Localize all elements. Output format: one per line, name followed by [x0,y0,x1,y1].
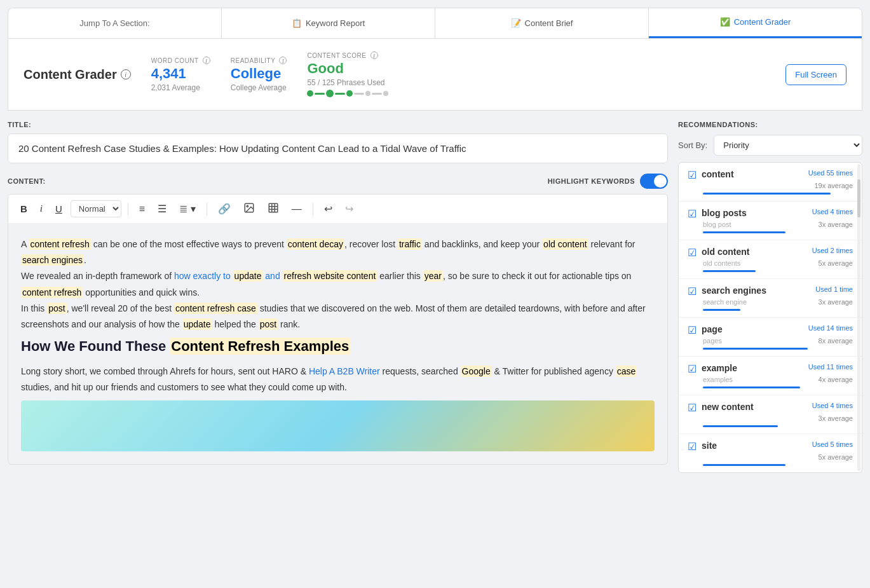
sort-by-label: Sort By: [678,140,707,150]
rec-used-content: Used 55 times [808,169,853,177]
image-button[interactable] [239,200,259,218]
rec-avg-blog-posts: 3x average [819,221,853,228]
rec-checkbox-old-content[interactable]: ☑ [688,247,697,259]
table-button[interactable] [263,200,283,218]
rec-keyword-content: content [702,169,803,179]
rec-avg-site: 5x average [819,453,853,461]
rec-variation-old-content: old contents [703,259,740,267]
rec-avg-search-engines: 3x average [819,298,853,306]
link-button[interactable]: 🔗 [214,200,235,217]
rec-variation-search-engines: search engine [703,298,747,306]
readability-value: College [231,65,287,82]
rec-checkbox-site[interactable]: ☑ [688,441,697,453]
nav-jump-label: Jump To A Section: [8,8,222,38]
word-count-label: WORD COUNT i [151,57,210,64]
content-grader-header: Content Grader i WORD COUNT i 4,341 2,03… [8,39,862,111]
rec-variation-page: pages [703,337,722,345]
rec-used-example: Used 11 times [808,363,853,371]
sort-by-row: Sort By: Priority Alphabetical Used Time… [678,135,862,156]
editor-toolbar: B i U Normal H1 H2 H3 ≡ ☰ ≣ ▾ 🔗 [8,195,667,224]
font-size-select[interactable]: Normal H1 H2 H3 [71,200,121,217]
content-label: CONTENT: [8,177,46,185]
content-score-label: CONTENT SCORE i [307,51,388,59]
editor-container: B i U Normal H1 H2 H3 ≡ ☰ ≣ ▾ 🔗 [8,194,668,465]
readability-label: READABILITY i [231,57,287,64]
rec-checkbox-search-engines[interactable]: ☑ [688,285,697,297]
rec-checkbox-new-content[interactable]: ☑ [688,402,697,414]
title-input[interactable] [8,133,668,163]
rec-keyword-page: page [702,324,803,334]
tab-content-brief[interactable]: 📝Content Brief [435,8,649,38]
content-score-value: Good [307,60,388,77]
ordered-list-button[interactable]: ≡ [135,201,149,217]
content-brief-icon: 📝 [511,18,521,28]
highlight-toggle-switch[interactable] [640,174,668,189]
undo-button[interactable]: ↩ [320,200,337,217]
bold-button[interactable]: B [16,201,32,217]
svg-point-1 [247,205,248,207]
tab-keyword-report[interactable]: 📋Keyword Report [222,8,435,38]
content-header-row: CONTENT: HIGHLIGHT KEYWORDS [8,174,668,189]
rec-avg-content: 19x average [814,182,853,189]
word-count-stat: WORD COUNT i 4,341 2,031 Average [151,57,210,92]
rec-keyword-new-content: new content [702,402,807,412]
rec-used-page: Used 14 times [808,324,853,332]
rec-avg-new-content: 3x average [819,414,853,422]
rec-used-new-content: Used 4 times [812,402,853,409]
underline-button[interactable]: U [51,201,67,217]
readability-stat: READABILITY i College College Average [231,57,287,92]
title-label: TITLE: [8,121,668,128]
rec-variation-blog-posts: blog post [703,221,731,228]
rec-keyword-blog-posts: blog posts [702,208,807,218]
readability-info-icon[interactable]: i [279,57,287,64]
editor-panel: TITLE: CONTENT: HIGHLIGHT KEYWORDS B i U… [8,121,668,465]
main-area: TITLE: CONTENT: HIGHLIGHT KEYWORDS B i U… [8,121,862,473]
rec-checkbox-page[interactable]: ☑ [688,324,697,336]
rec-used-search-engines: Used 1 time [815,285,853,293]
rec-avg-page: 8x average [819,337,853,345]
rec-used-blog-posts: Used 4 times [812,208,853,215]
tab-content-grader[interactable]: ✅Content Grader [649,8,862,38]
rec-avg-example: 4x average [819,376,853,383]
rec-checkbox-blog-posts[interactable]: ☑ [688,208,697,220]
content-score-progress [307,90,388,97]
fullscreen-button[interactable]: Full Screen [785,64,846,85]
italic-button[interactable]: i [36,201,47,217]
rec-checkbox-content[interactable]: ☑ [688,169,697,181]
content-grader-title: Content Grader [24,67,117,82]
rec-keyword-old-content: old content [702,247,807,257]
content-grader-info-icon[interactable]: i [121,69,131,79]
unordered-list-button[interactable]: ☰ [153,200,171,217]
highlight-toggle-group: HIGHLIGHT KEYWORDS [548,174,668,189]
word-count-info-icon[interactable]: i [203,57,210,64]
content-grader-title-block: Content Grader i [24,67,131,82]
sort-select[interactable]: Priority Alphabetical Used Times [714,135,862,156]
redo-button[interactable]: ↪ [341,200,358,217]
content-grader-tab-icon: ✅ [720,17,730,27]
keyword-report-icon: 📋 [292,18,302,28]
content-score-detail: 55 / 125 Phrases Used [307,78,388,87]
word-count-avg: 2,031 Average [151,83,210,92]
editor-content[interactable]: A content refresh can be one of the most… [8,224,667,464]
rec-item: ☑ site Used 5 times 5x average [679,434,862,472]
svg-rect-2 [269,203,278,212]
rec-used-site: Used 5 times [812,441,853,448]
rec-keyword-example: example [702,363,803,373]
top-nav: Jump To A Section: 📋Keyword Report 📝Cont… [8,8,862,39]
recommendations-label: RECOMMENDATIONS: [678,121,862,128]
align-button[interactable]: ≣ ▾ [175,200,200,217]
rec-item: ☑ page Used 14 times pages 8x average [679,318,862,357]
content-score-info-icon[interactable]: i [370,51,378,59]
rec-item: ☑ new content Used 4 times 3x average [679,395,862,434]
rec-item: ☑ search engines Used 1 time search engi… [679,279,862,318]
readability-avg: College Average [231,83,287,92]
rec-item: ☑ blog posts Used 4 times blog post 3x a… [679,202,862,240]
rec-item: ☑ content Used 55 times 19x average [679,163,862,202]
content-score-stat: CONTENT SCORE i Good 55 / 125 Phrases Us… [307,51,388,97]
rec-keyword-search-engines: search engines [702,285,810,296]
rec-checkbox-example[interactable]: ☑ [688,363,697,375]
recommendations-panel: RECOMMENDATIONS: Sort By: Priority Alpha… [678,121,862,473]
highlight-keywords-label: HIGHLIGHT KEYWORDS [548,177,635,185]
rec-item: ☑ old content Used 2 times old contents … [679,240,862,279]
hr-button[interactable]: — [287,201,306,217]
